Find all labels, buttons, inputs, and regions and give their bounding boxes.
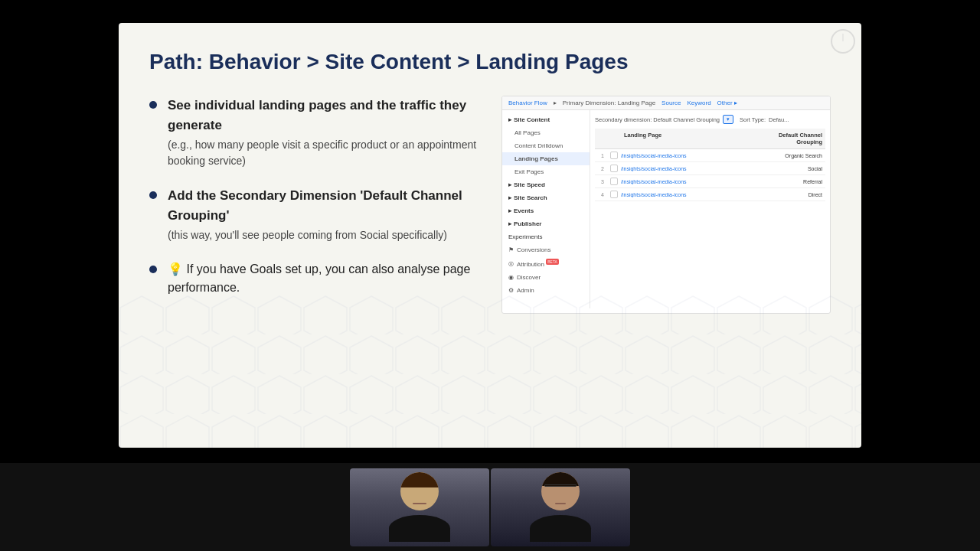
lightbulb-icon: 💡 xyxy=(168,262,186,276)
avatar-body-2 xyxy=(530,515,591,542)
bullet-dot xyxy=(149,191,157,199)
list-item: See individual landing pages and the tra… xyxy=(149,96,479,169)
sidebar-item-conversions[interactable]: ⚑Conversions xyxy=(502,243,590,256)
sc-header: Behavior Flow ▸ Primary Dimension: Landi… xyxy=(502,96,830,110)
sidebar-item-exit-pages[interactable]: Exit Pages xyxy=(502,165,590,178)
bullet-sub-1: (e.g., how many people visit a specific … xyxy=(168,137,479,169)
video-tile-2 xyxy=(491,468,630,546)
secondary-dim-badge[interactable]: ▾ xyxy=(723,115,733,124)
default-label: Defau... xyxy=(769,116,789,123)
th-landing-page: Landing Page xyxy=(621,132,749,145)
video-person-1 xyxy=(350,468,489,546)
th-num xyxy=(595,132,610,145)
th-checkbox xyxy=(610,132,621,145)
secondary-dimension-bar: Secondary dimension: Default Channel Gro… xyxy=(595,115,825,124)
video-tile-1 xyxy=(350,468,489,546)
row-num: 4 xyxy=(595,192,610,197)
svg-rect-1 xyxy=(119,295,861,448)
sc-other: Other ▸ xyxy=(717,99,737,106)
table-row: 2 /insights/social-media-icons Social xyxy=(595,162,825,175)
row-checkbox[interactable] xyxy=(610,152,618,159)
bullet-dot xyxy=(149,101,157,109)
row-checkbox[interactable] xyxy=(610,165,618,172)
bullet-main-2: Add the Secondary Dimension 'Default Cha… xyxy=(168,186,479,225)
row-channel: Social xyxy=(764,166,825,171)
row-num: 3 xyxy=(595,179,610,184)
target-icon: ◎ xyxy=(508,260,514,267)
sidebar-item-all-pages[interactable]: All Pages xyxy=(502,126,590,139)
row-page[interactable]: /insights/social-media-icons xyxy=(621,166,764,171)
sidebar-item-landing-pages[interactable]: Landing Pages xyxy=(502,152,590,165)
table-row: 3 /insights/social-media-icons Referral xyxy=(595,175,825,188)
row-channel: Referral xyxy=(764,179,825,184)
text-content: See individual landing pages and the tra… xyxy=(149,96,479,314)
row-checkbox[interactable] xyxy=(610,178,618,185)
discover-icon: ◉ xyxy=(508,274,514,281)
bullet-text-3: 💡 If you have Goals set up, you can also… xyxy=(168,260,479,297)
row-page[interactable]: /insights/social-media-icons xyxy=(621,179,764,184)
sc-keyword: Keyword xyxy=(687,99,710,106)
row-page[interactable]: /insights/social-media-icons xyxy=(621,192,764,197)
sc-source: Source xyxy=(662,99,681,106)
list-item: Add the Secondary Dimension 'Default Cha… xyxy=(149,186,479,243)
list-item: 💡 If you have Goals set up, you can also… xyxy=(149,260,479,297)
table-header: Landing Page Default Channel Grouping xyxy=(595,129,825,149)
ga-screenshot: Behavior Flow ▸ Primary Dimension: Landi… xyxy=(501,96,831,314)
sc-sidebar: ▸Site Content All Pages Content Drilldow… xyxy=(502,110,590,308)
avatar-1 xyxy=(400,472,439,510)
sidebar-item-experiments[interactable]: Experiments xyxy=(502,230,590,243)
bullet-text-2: Add the Secondary Dimension 'Default Cha… xyxy=(168,186,479,243)
slide-title: Path: Behavior > Site Content > Landing … xyxy=(149,50,831,74)
row-checkbox[interactable] xyxy=(610,191,618,198)
flag-icon: ⚑ xyxy=(508,246,514,253)
sort-type-label: Sort Type: xyxy=(740,116,766,123)
sidebar-item-attribution[interactable]: ◎Attribution BETA xyxy=(502,256,590,271)
video-bar xyxy=(0,463,980,551)
bullet-dot xyxy=(149,266,157,273)
th-channel-grouping: Default Channel Grouping xyxy=(749,132,825,145)
sc-primary-dim: Primary Dimension: Landing Page xyxy=(563,99,655,106)
sidebar-item-site-speed: ▸Site Speed xyxy=(502,178,590,191)
table-row: 1 /insights/social-media-icons Organic S… xyxy=(595,149,825,162)
bullet-main-3: 💡 If you have Goals set up, you can also… xyxy=(168,260,479,297)
sc-behavior-flow: Behavior Flow xyxy=(508,99,547,106)
sidebar-item-site-search: ▸Site Search xyxy=(502,191,590,204)
row-channel: Organic Search xyxy=(764,153,825,158)
clock-icon xyxy=(831,29,855,54)
sc-body: ▸Site Content All Pages Content Drilldow… xyxy=(502,110,830,308)
row-page[interactable]: /insights/social-media-icons xyxy=(621,153,764,158)
sidebar-item-publisher: ▸Publisher xyxy=(502,217,590,230)
sidebar-item-site-content: ▸Site Content xyxy=(502,113,590,126)
table-row: 4 /insights/social-media-icons Direct xyxy=(595,188,825,201)
avatar-2 xyxy=(541,472,580,510)
sidebar-item-content-drilldown[interactable]: Content Drilldown xyxy=(502,139,590,152)
secondary-dim-label: Secondary dimension: Default Channel Gro… xyxy=(595,116,720,123)
row-num: 2 xyxy=(595,166,610,171)
video-person-2 xyxy=(491,468,630,546)
gear-icon: ⚙ xyxy=(508,287,514,294)
row-num: 1 xyxy=(595,153,610,158)
slide: Path: Behavior > Site Content > Landing … xyxy=(119,23,861,448)
content-area: See individual landing pages and the tra… xyxy=(149,96,831,314)
bullet-sub-2: (this way, you'll see people coming from… xyxy=(168,227,479,243)
row-channel: Direct xyxy=(764,192,825,197)
sidebar-item-admin[interactable]: ⚙Admin xyxy=(502,284,590,297)
sc-nav-sep: ▸ xyxy=(554,99,557,106)
sidebar-item-events: ▸Events xyxy=(502,204,590,217)
hex-decoration xyxy=(119,295,861,448)
sidebar-item-discover[interactable]: ◉Discover xyxy=(502,271,590,284)
bullet-main-1: See individual landing pages and the tra… xyxy=(168,96,479,135)
bullet-text-1: See individual landing pages and the tra… xyxy=(168,96,479,169)
sc-main-content: Secondary dimension: Default Channel Gro… xyxy=(590,110,830,308)
avatar-body-1 xyxy=(389,515,450,542)
main-container: Path: Behavior > Site Content > Landing … xyxy=(0,0,980,551)
